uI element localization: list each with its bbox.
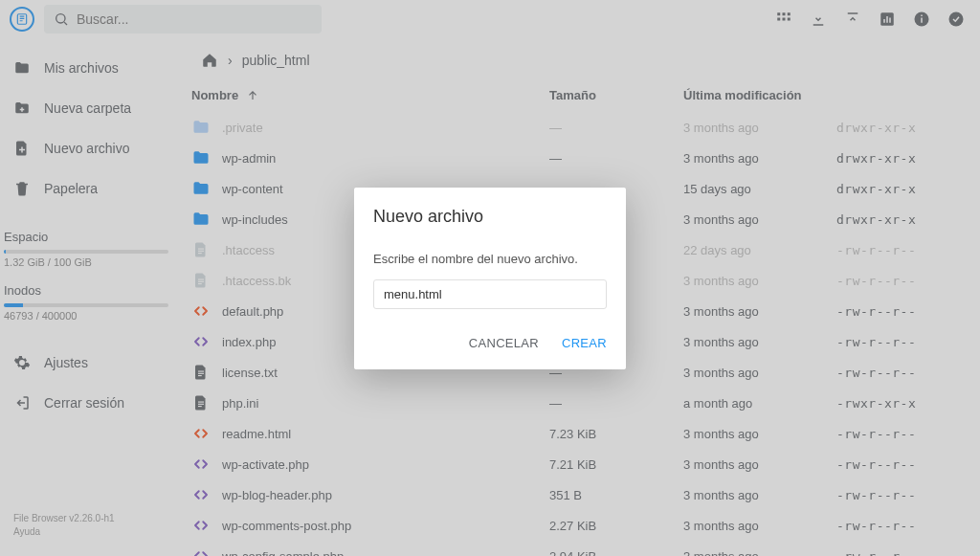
cancel-button[interactable]: CANCELAR [469, 336, 539, 350]
modal-scrim[interactable]: Nuevo archivo Escribe el nombre del nuev… [0, 0, 980, 556]
dialog-title: Nuevo archivo [373, 207, 607, 227]
filename-input[interactable] [373, 279, 607, 309]
dialog-prompt: Escribe el nombre del nuevo archivo. [373, 252, 607, 266]
create-button[interactable]: CREAR [562, 336, 607, 350]
new-file-dialog: Nuevo archivo Escribe el nombre del nuev… [354, 188, 626, 369]
